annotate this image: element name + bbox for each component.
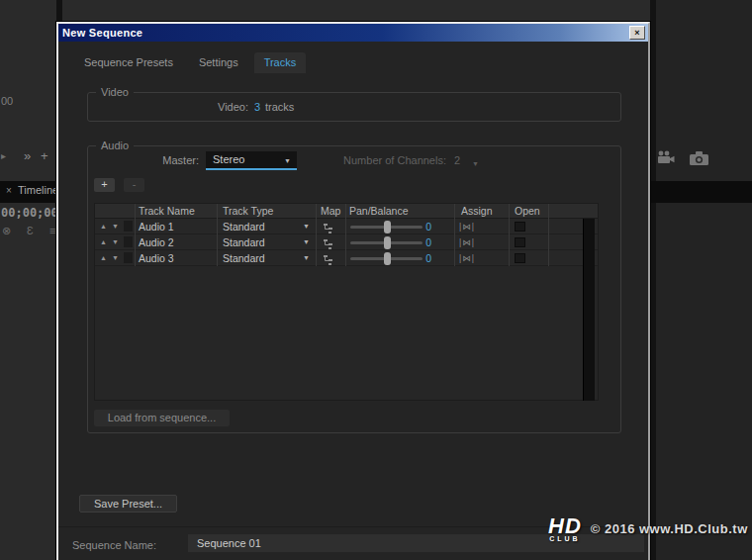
watermark-copyright: © 2016 www.HD.Club.tw [591,521,748,536]
tab-settings[interactable]: Settings [189,52,248,73]
track-name[interactable]: Audio 1 [139,221,174,233]
chevron-down-icon[interactable]: ▼ [303,223,310,230]
sequence-name-label: Sequence Name: [72,539,156,551]
track-table: Track Name Track Type Map Pan/Balance As… [94,203,599,401]
chevron-down-icon: ▼ [472,155,614,172]
move-down-icon[interactable]: ▼ [112,254,119,261]
program-monitor-panel [656,0,752,560]
pan-value[interactable]: 0 [414,236,431,248]
column-divider [135,204,136,266]
move-down-icon[interactable]: ▼ [112,223,119,230]
timecode-fragment: 00 [1,95,13,107]
chevron-double-icon[interactable]: » [24,148,31,163]
master-value: Stereo [213,153,244,165]
move-up-icon[interactable]: ▲ [100,223,107,230]
column-divider [316,204,317,266]
close-tab-icon[interactable]: × [6,185,12,196]
track-name[interactable]: Audio 2 [139,236,174,248]
video-tracks-value[interactable]: 3 [254,101,260,113]
audio-group: Audio Master: Stereo ▼ Number of Channel… [87,145,621,433]
track-name[interactable]: Audio 3 [139,252,174,264]
open-checkbox[interactable] [515,253,525,263]
tab-sequence-presets[interactable]: Sequence Presets [74,52,183,73]
close-button[interactable]: × [629,26,645,40]
slider-handle[interactable] [384,252,391,265]
slider-handle[interactable] [384,221,391,233]
master-label: Master: [128,154,199,166]
track-table-header: Track Name Track Type Map Pan/Balance As… [95,204,598,219]
snap-icon[interactable]: ⊗ [2,225,11,237]
assign-icon[interactable]: |⋈| [459,253,475,263]
load-from-sequence-button[interactable]: Load from sequence... [94,410,230,426]
column-divider [509,204,510,266]
remove-track-button[interactable]: - [124,178,144,192]
new-sequence-dialog: New Sequence × Sequence Presets Settings… [56,22,650,560]
column-divider [454,204,455,266]
assign-icon[interactable]: |⋈| [459,222,475,232]
channels-label: Number of Channels: [306,154,446,166]
table-row[interactable]: ▲ ▼ Audio 3 Standard ▼ 0 |⋈| [95,250,598,266]
pan-balance-slider[interactable] [350,257,423,260]
camera-icon[interactable] [690,151,708,169]
logo-club-text: CLUB [548,535,582,542]
tab-tracks[interactable]: Tracks [254,52,307,73]
track-type-dropdown[interactable]: Standard [223,236,265,248]
open-checkbox[interactable] [515,237,525,247]
add-icon[interactable]: + [41,148,48,163]
col-map: Map [321,205,340,217]
watermark: HD CLUB © 2016 www.HD.Club.tw [548,515,748,542]
chevron-down-icon[interactable]: ▼ [303,238,310,245]
track-swatch[interactable] [124,252,133,263]
play-icon[interactable]: ▸ [1,150,6,161]
save-preset-button[interactable]: Save Preset... [79,495,177,513]
pan-value[interactable]: 0 [414,221,431,233]
table-row[interactable]: ▲ ▼ Audio 1 Standard ▼ 0 |⋈| [95,219,598,234]
video-tracks-suffix: tracks [265,101,294,113]
logo-hd-text: HD [548,515,582,537]
col-open: Open [515,205,540,217]
chevron-down-icon[interactable]: ▼ [303,254,310,261]
track-swatch[interactable] [124,221,133,232]
column-divider [548,204,549,266]
dialog-title: New Sequence [58,27,142,39]
pan-value[interactable]: 0 [414,252,431,264]
chevron-down-icon: ▼ [284,152,291,169]
pan-balance-slider[interactable] [350,241,423,244]
audio-group-label: Audio [96,140,134,151]
move-down-icon[interactable]: ▼ [112,238,119,245]
track-type-dropdown[interactable]: Standard [223,252,265,264]
table-row[interactable]: ▲ ▼ Audio 2 Standard ▼ 0 |⋈| [95,234,598,250]
master-dropdown[interactable]: Stereo ▼ [206,151,297,170]
video-group-label: Video [96,86,134,98]
pan-balance-slider[interactable] [350,226,423,229]
dialog-tabs: Sequence Presets Settings Tracks [74,52,306,73]
dialog-titlebar[interactable]: New Sequence × [58,24,648,42]
open-checkbox[interactable] [515,222,525,232]
app-canvas: 00 ▸ » + × Timeline: ( 00;00;00; ⊗ Ɛ ≡ N… [0,0,752,560]
channels-value[interactable]: 2 [454,154,460,166]
track-swatch[interactable] [124,236,133,247]
move-up-icon[interactable]: ▲ [100,238,107,245]
panel-gap-top [56,0,62,22]
col-track-type: Track Type [223,205,273,217]
column-divider [217,204,218,266]
column-divider [345,204,346,266]
col-assign: Assign [461,205,493,217]
video-tracks-label: Video: [179,101,248,113]
table-scrollbar[interactable] [583,219,595,401]
track-type-dropdown[interactable]: Standard [223,221,265,233]
map-icon [323,252,333,270]
dialog-body: Sequence Presets Settings Tracks Video V… [58,42,648,560]
hd-club-logo: HD CLUB [548,515,582,542]
export-frame-icon[interactable] [656,150,676,169]
col-track-name: Track Name [139,205,195,217]
magnet-icon[interactable]: Ɛ [27,225,34,236]
assign-icon[interactable]: |⋈| [459,237,475,247]
video-group: Video Video: 3 tracks [87,92,621,122]
more-icon[interactable]: ≡ [49,225,55,236]
col-pan-balance: Pan/Balance [349,205,409,217]
slider-handle[interactable] [384,236,391,249]
add-track-button[interactable]: + [94,178,115,192]
move-up-icon[interactable]: ▲ [100,254,107,261]
